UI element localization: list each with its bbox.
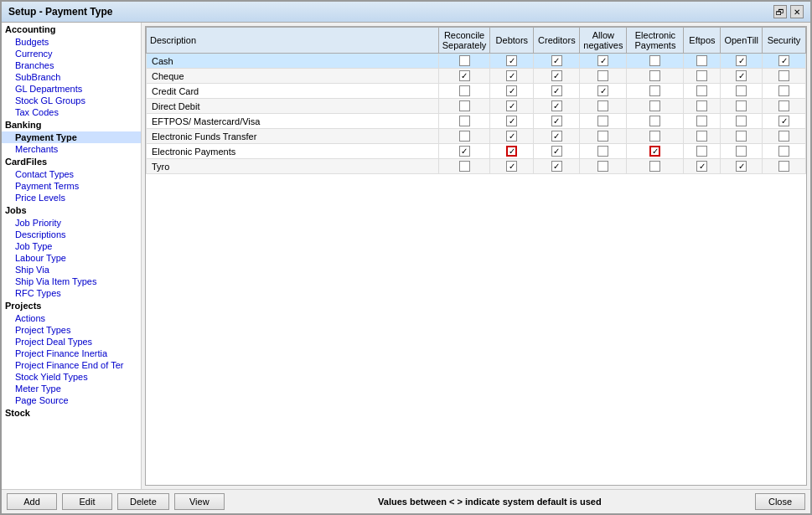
- sidebar-item-job-type[interactable]: Job Type: [2, 240, 141, 252]
- sidebar-item-payment-type[interactable]: Payment Type: [2, 131, 141, 143]
- sidebar-item-price-levels[interactable]: Price Levels: [2, 192, 141, 203]
- checkbox-electronic_payments-4[interactable]: [649, 116, 660, 126]
- restore-button[interactable]: 🗗: [773, 5, 787, 18]
- checkbox-eftpos-1[interactable]: [696, 70, 707, 81]
- table-row[interactable]: Electronic Payments: [147, 144, 806, 159]
- checkbox-reconcile-4[interactable]: [459, 116, 470, 126]
- sidebar-item-ship-via-item-types[interactable]: Ship Via Item Types: [2, 276, 141, 287]
- checkbox-electronic_payments-5[interactable]: [649, 131, 660, 142]
- sidebar-item-stock-gl-groups[interactable]: Stock GL Groups: [2, 95, 141, 106]
- checkbox-security-0[interactable]: [778, 55, 789, 66]
- checkbox-creditors-1[interactable]: [551, 70, 562, 81]
- checkbox-electronic_payments-6[interactable]: [649, 146, 660, 157]
- close-button[interactable]: Close: [755, 493, 805, 510]
- table-row[interactable]: Tyro: [147, 159, 806, 174]
- sidebar-item-meter-type[interactable]: Meter Type: [2, 383, 141, 394]
- checkbox-creditors-0[interactable]: [551, 55, 562, 66]
- sidebar-item-ship-via[interactable]: Ship Via: [2, 264, 141, 276]
- checkbox-allow_negatives-3[interactable]: [597, 100, 608, 111]
- table-row[interactable]: Electronic Funds Transfer: [147, 129, 806, 144]
- sidebar-item-subbranch[interactable]: SubBranch: [2, 71, 141, 83]
- sidebar-item-actions[interactable]: Actions: [2, 312, 141, 324]
- checkbox-security-3[interactable]: [778, 100, 789, 111]
- checkbox-opentill-6[interactable]: [736, 146, 747, 157]
- sidebar-item-gl-departments[interactable]: GL Departments: [2, 83, 141, 95]
- checkbox-opentill-0[interactable]: [736, 55, 747, 66]
- checkbox-reconcile-2[interactable]: [459, 85, 470, 96]
- table-row[interactable]: Direct Debit: [147, 99, 806, 114]
- sidebar-item-stock-yield-types[interactable]: Stock Yield Types: [2, 371, 141, 383]
- checkbox-debtors-6[interactable]: [506, 146, 517, 157]
- checkbox-electronic_payments-2[interactable]: [649, 85, 660, 96]
- checkbox-security-4[interactable]: [778, 116, 789, 126]
- checkbox-security-6[interactable]: [778, 146, 789, 157]
- checkbox-creditors-7[interactable]: [551, 161, 562, 172]
- checkbox-allow_negatives-4[interactable]: [597, 116, 608, 126]
- sidebar-item-project-finance-inertia[interactable]: Project Finance Inertia: [2, 348, 141, 359]
- checkbox-opentill-4[interactable]: [736, 116, 747, 126]
- checkbox-eftpos-6[interactable]: [696, 146, 707, 157]
- add-button[interactable]: Add: [7, 493, 57, 510]
- sidebar-item-descriptions[interactable]: Descriptions: [2, 229, 141, 240]
- checkbox-eftpos-0[interactable]: [696, 55, 707, 66]
- delete-button[interactable]: Delete: [117, 493, 169, 510]
- sidebar-item-page-source[interactable]: Page Source: [2, 394, 141, 406]
- checkbox-electronic_payments-7[interactable]: [649, 161, 660, 172]
- checkbox-creditors-2[interactable]: [551, 85, 562, 96]
- checkbox-creditors-4[interactable]: [551, 116, 562, 126]
- checkbox-eftpos-7[interactable]: [696, 161, 707, 172]
- checkbox-opentill-3[interactable]: [736, 100, 747, 111]
- checkbox-debtors-2[interactable]: [506, 85, 517, 96]
- checkbox-eftpos-3[interactable]: [696, 100, 707, 111]
- checkbox-opentill-7[interactable]: [736, 161, 747, 172]
- checkbox-creditors-6[interactable]: [551, 146, 562, 157]
- checkbox-allow_negatives-1[interactable]: [597, 70, 608, 81]
- checkbox-allow_negatives-5[interactable]: [597, 131, 608, 142]
- checkbox-reconcile-6[interactable]: [459, 146, 470, 157]
- checkbox-allow_negatives-7[interactable]: [597, 161, 608, 172]
- checkbox-creditors-5[interactable]: [551, 131, 562, 142]
- checkbox-eftpos-2[interactable]: [696, 85, 707, 96]
- checkbox-security-7[interactable]: [778, 161, 789, 172]
- sidebar-item-payment-terms[interactable]: Payment Terms: [2, 180, 141, 192]
- table-row[interactable]: Cheque: [147, 69, 806, 84]
- sidebar-item-contact-types[interactable]: Contact Types: [2, 168, 141, 180]
- checkbox-opentill-5[interactable]: [736, 131, 747, 142]
- checkbox-allow_negatives-6[interactable]: [597, 146, 608, 157]
- checkbox-debtors-3[interactable]: [506, 100, 517, 111]
- checkbox-debtors-5[interactable]: [506, 131, 517, 142]
- checkbox-eftpos-4[interactable]: [696, 116, 707, 126]
- checkbox-debtors-0[interactable]: [506, 55, 517, 66]
- checkbox-debtors-1[interactable]: [506, 70, 517, 81]
- checkbox-debtors-7[interactable]: [506, 161, 517, 172]
- table-row[interactable]: Cash: [147, 54, 806, 69]
- sidebar-item-rfc-types[interactable]: RFC Types: [2, 287, 141, 299]
- checkbox-electronic_payments-3[interactable]: [649, 100, 660, 111]
- sidebar-item-project-deal-types[interactable]: Project Deal Types: [2, 336, 141, 348]
- checkbox-reconcile-7[interactable]: [459, 161, 470, 172]
- table-row[interactable]: EFTPOS/ Mastercard/Visa: [147, 114, 806, 129]
- checkbox-allow_negatives-2[interactable]: [597, 85, 608, 96]
- checkbox-allow_negatives-0[interactable]: [597, 55, 608, 66]
- sidebar-item-project-types[interactable]: Project Types: [2, 324, 141, 336]
- sidebar-item-tax-codes[interactable]: Tax Codes: [2, 106, 141, 118]
- checkbox-electronic_payments-0[interactable]: [649, 55, 660, 66]
- checkbox-security-2[interactable]: [778, 85, 789, 96]
- close-window-button[interactable]: ✕: [790, 5, 804, 18]
- checkbox-eftpos-5[interactable]: [696, 131, 707, 142]
- checkbox-electronic_payments-1[interactable]: [649, 70, 660, 81]
- sidebar-item-budgets[interactable]: Budgets: [2, 36, 141, 48]
- sidebar-item-merchants[interactable]: Merchants: [2, 143, 141, 155]
- checkbox-security-1[interactable]: [778, 70, 789, 81]
- checkbox-opentill-2[interactable]: [736, 85, 747, 96]
- checkbox-reconcile-0[interactable]: [459, 55, 470, 66]
- checkbox-reconcile-3[interactable]: [459, 100, 470, 111]
- sidebar-item-currency[interactable]: Currency: [2, 48, 141, 59]
- edit-button[interactable]: Edit: [62, 493, 112, 510]
- table-row[interactable]: Credit Card: [147, 84, 806, 99]
- view-button[interactable]: View: [174, 493, 225, 510]
- checkbox-reconcile-1[interactable]: [459, 70, 470, 81]
- sidebar-item-project-finance-end-of-ter[interactable]: Project Finance End of Ter: [2, 359, 141, 371]
- checkbox-debtors-4[interactable]: [506, 116, 517, 126]
- sidebar-item-branches[interactable]: Branches: [2, 59, 141, 71]
